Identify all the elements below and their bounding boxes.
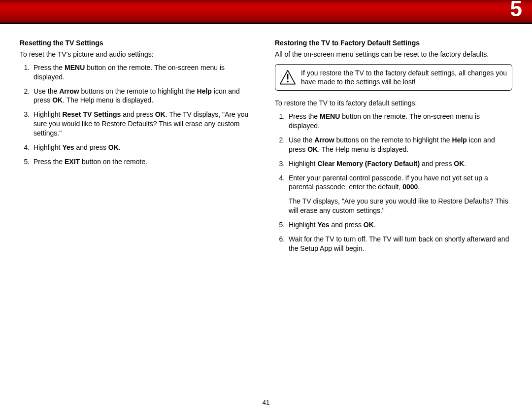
section-intro-2: To restore the TV to its factory default… <box>275 99 512 108</box>
list-item: Use the Arrow buttons on the remote to h… <box>287 136 512 154</box>
list-item: Press the EXIT button on the remote. <box>32 157 257 167</box>
list-item: Highlight Yes and press OK. <box>287 220 512 230</box>
steps-list: Press the MENU button on the remote. The… <box>275 112 512 253</box>
right-column: Restoring the TV to Factory Default Sett… <box>275 38 512 394</box>
list-item: Use the Arrow buttons on the remote to h… <box>32 87 257 105</box>
list-item: Press the MENU button on the remote. The… <box>32 63 257 82</box>
chapter-number: 5 <box>510 0 522 20</box>
list-item: Wait for the TV to turn off. The TV will… <box>287 235 512 253</box>
svg-point-2 <box>287 81 289 83</box>
banner-underline <box>0 23 532 24</box>
warning-icon <box>279 69 296 86</box>
list-item: Highlight Reset TV Settings and press OK… <box>32 110 257 138</box>
list-item: Highlight Yes and press OK. <box>32 143 257 152</box>
list-item: Highlight Clear Memory (Factory Default)… <box>287 159 512 169</box>
section-intro: All of the on-screen menu settings can b… <box>275 50 512 59</box>
section-heading: Resetting the TV Settings <box>20 38 257 48</box>
warning-text: If you restore the TV to the factory def… <box>301 68 507 86</box>
section-intro: To reset the TV's picture and audio sett… <box>20 50 257 59</box>
list-item: Press the MENU button on the remote. The… <box>287 112 512 131</box>
left-column: Resetting the TV Settings To reset the T… <box>20 38 257 394</box>
steps-list: Press the MENU button on the remote. The… <box>20 63 257 167</box>
list-item: Enter your parental control passcode. If… <box>287 173 512 216</box>
section-heading: Restoring the TV to Factory Default Sett… <box>275 38 512 48</box>
page-number: 41 <box>0 399 532 406</box>
svg-rect-1 <box>287 74 289 79</box>
chapter-banner: 5 <box>0 0 532 23</box>
warning-callout: If you restore the TV to the factory def… <box>275 64 512 91</box>
page-content: Resetting the TV Settings To reset the T… <box>20 38 512 394</box>
